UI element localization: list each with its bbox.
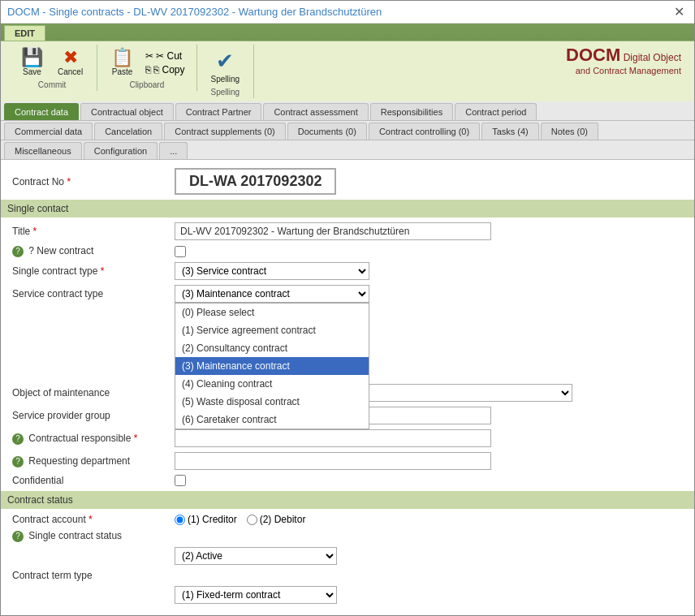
spelling-group-label: Spelling: [211, 88, 240, 97]
ribbon-save-cancel-buttons: 💾 Save ✖ Cancel: [15, 46, 88, 79]
help-icon-status[interactable]: ?: [12, 531, 24, 542]
confidential-label: Confidential: [12, 475, 175, 486]
paste-icon: 📋: [111, 49, 133, 67]
docm-subtitle2: and Contract Management: [566, 66, 681, 75]
service-contract-type-menu: (0) Please select (1) Service agreement …: [175, 303, 369, 429]
title-bar: DOCM - Single contracts - DL-WV 20170923…: [1, 1, 694, 24]
tab-contract-assessment[interactable]: Contract assessment: [263, 103, 368, 120]
cancel-icon: ✖: [63, 49, 78, 67]
help-icon-requesting[interactable]: ?: [12, 456, 24, 467]
tab-contract-data[interactable]: Contract data: [4, 103, 79, 120]
tab-cancelation[interactable]: Cancelation: [94, 123, 162, 140]
help-icon-contractual-responsible[interactable]: ?: [12, 433, 24, 445]
dropdown-item-0[interactable]: (0) Please select: [175, 304, 369, 321]
tab-documents[interactable]: Documents (0): [287, 123, 367, 140]
object-of-maintenance-label: Object of maintenance: [12, 387, 175, 398]
clipboard-buttons: 📋 Paste ✂ ✂ Cut ⎘ ⎘ Copy: [106, 46, 188, 79]
contract-term-type-select[interactable]: (1) Fixed-term contract: [175, 586, 337, 604]
single-contract-status-row: ? Single contract status: [12, 530, 683, 542]
tab-contractual-object[interactable]: Contractual object: [80, 103, 174, 120]
ribbon-content: 💾 Save ✖ Cancel Commit 📋 Paste: [1, 41, 694, 101]
contract-no-label: Contract No *: [12, 176, 175, 187]
tab-row-3: Miscellaneous Configuration ...: [1, 140, 694, 160]
window-title: DOCM - Single contracts - DL-WV 20170923…: [7, 6, 382, 18]
tab-tasks[interactable]: Tasks (4): [481, 123, 539, 140]
copy-button[interactable]: ⎘ ⎘ Copy: [142, 63, 188, 76]
main-content: Contract data Contractual object Contrac…: [1, 101, 694, 615]
contract-account-radio-group: (1) Creditor (2) Debitor: [175, 514, 305, 525]
service-contract-type-dropdown[interactable]: (3) Maintenance contract (0) Please sele…: [175, 285, 369, 303]
cut-icon: ✂: [145, 50, 153, 62]
tab-configuration[interactable]: Configuration: [84, 142, 158, 159]
docm-logo: DOCM Digital Object and Contract Managem…: [566, 45, 688, 75]
contractual-responsible-row: ? Contractual responsible *: [12, 429, 683, 447]
dropdown-item-6[interactable]: (6) Caretaker contract: [175, 411, 369, 429]
main-window: DOCM - Single contracts - DL-WV 20170923…: [0, 0, 695, 616]
tab-responsibilities[interactable]: Responsibilities: [370, 103, 453, 120]
commit-group-label: Commit: [38, 80, 66, 89]
contractual-responsible-label: ? Contractual responsible *: [12, 433, 175, 445]
tab-notes[interactable]: Notes (0): [541, 123, 598, 140]
spelling-button[interactable]: ✔ Spelling: [205, 46, 246, 86]
title-input[interactable]: [175, 222, 491, 240]
section-contract-status: Contract status: [1, 491, 694, 509]
ribbon: EDIT 💾 Save ✖ Cancel Commit: [1, 24, 694, 101]
service-provider-group-label: Service provider group: [12, 410, 175, 421]
save-icon: 💾: [21, 49, 43, 67]
tab-miscellaneous[interactable]: Miscellaneous: [4, 142, 82, 159]
tab-commercial-data[interactable]: Commercial data: [4, 123, 93, 140]
save-button[interactable]: 💾 Save: [15, 46, 49, 79]
contract-no-value: DL-WA 2017092302: [175, 168, 336, 195]
contract-term-type-label: Contract term type: [12, 570, 175, 581]
contract-account-row: Contract account * (1) Creditor (2) Debi…: [12, 514, 683, 525]
single-contract-status-label: ? Single contract status: [12, 530, 175, 542]
cut-button[interactable]: ✂ ✂ Cut: [142, 50, 188, 62]
single-contract-status-select-row: (2) Active: [12, 547, 683, 565]
docm-brand: DOCM: [566, 45, 620, 65]
ribbon-tab-edit[interactable]: EDIT: [4, 25, 45, 41]
single-contract-type-select[interactable]: (3) Service contract: [175, 262, 369, 280]
dropdown-item-3[interactable]: (3) Maintenance contract: [175, 357, 369, 375]
title-row: Title *: [12, 222, 683, 240]
ribbon-group-clipboard: 📋 Paste ✂ ✂ Cut ⎘ ⎘ Copy Clip: [97, 45, 196, 91]
new-contract-row: ? ? New contract: [12, 245, 683, 257]
clipboard-group-label: Clipboard: [129, 80, 164, 89]
copy-icon: ⎘: [145, 64, 151, 75]
new-contract-checkbox[interactable]: [175, 246, 186, 257]
contractual-responsible-input[interactable]: [175, 429, 491, 447]
docm-subtitle: Digital Object: [624, 53, 681, 62]
requesting-department-input[interactable]: [175, 452, 491, 470]
tab-row-2: Commercial data Cancelation Contract sup…: [1, 121, 694, 140]
dropdown-item-4[interactable]: (4) Cleaning contract: [175, 375, 369, 393]
radio-debitor[interactable]: [247, 515, 257, 525]
contract-no-required: *: [67, 176, 71, 187]
tab-contract-partner[interactable]: Contract Partner: [175, 103, 262, 120]
ribbon-group-commit: 💾 Save ✖ Cancel Commit: [7, 45, 97, 91]
new-contract-label: ? ? New contract: [12, 245, 175, 257]
dropdown-item-1[interactable]: (1) Service agreement contract: [175, 321, 369, 339]
confidential-row: Confidential: [12, 475, 683, 486]
confidential-checkbox[interactable]: [175, 475, 186, 486]
dropdown-item-2[interactable]: (2) Consultancy contract: [175, 339, 369, 357]
ribbon-group-spelling: ✔ Spelling Spelling: [197, 45, 255, 98]
cut-copy-buttons: ✂ ✂ Cut ⎘ ⎘ Copy: [142, 50, 188, 76]
single-contract-type-label: Single contract type *: [12, 265, 175, 277]
spelling-icon: ✔: [216, 49, 234, 74]
radio-creditor[interactable]: [175, 515, 185, 525]
service-contract-type-row: Service contract type (3) Maintenance co…: [12, 285, 683, 303]
tab-contract-supplements[interactable]: Contract supplements (0): [164, 123, 286, 140]
help-icon-new-contract[interactable]: ?: [12, 246, 24, 257]
radio-debitor-label[interactable]: (2) Debitor: [247, 514, 306, 525]
title-label: Title *: [12, 226, 175, 237]
tab-more[interactable]: ...: [159, 142, 188, 159]
tab-contract-controlling[interactable]: Contract controlling (0): [369, 123, 480, 140]
cancel-button[interactable]: ✖ Cancel: [52, 46, 88, 79]
tab-contract-period[interactable]: Contract period: [455, 103, 537, 120]
dropdown-item-5[interactable]: (5) Waste disposal contract: [175, 393, 369, 411]
paste-button[interactable]: 📋 Paste: [106, 46, 139, 79]
radio-creditor-label[interactable]: (1) Creditor: [175, 514, 237, 525]
service-contract-type-select[interactable]: (3) Maintenance contract: [175, 285, 369, 303]
single-contract-status-select[interactable]: (2) Active: [175, 547, 337, 565]
contract-term-type-row: Contract term type: [12, 570, 683, 581]
close-button[interactable]: ✕: [671, 4, 688, 19]
